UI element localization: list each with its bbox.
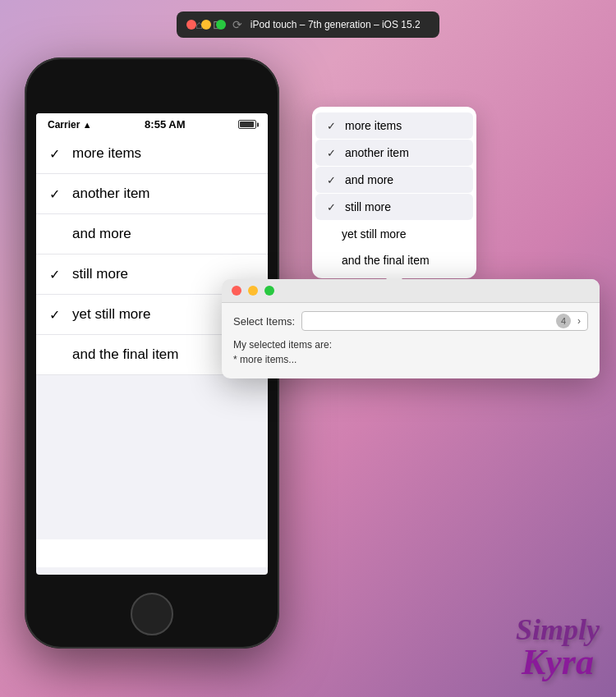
item-label: more items	[72, 145, 141, 162]
dropdown-item-label: more items	[345, 119, 402, 132]
dropdown-item[interactable]: ✓ another item	[315, 140, 473, 166]
check-icon: ✓	[327, 147, 338, 159]
dropdown-item[interactable]: yet still more	[312, 221, 476, 247]
count-badge: 4	[556, 314, 571, 328]
check-icon: ✓	[327, 120, 338, 132]
checkmark-icon	[49, 227, 62, 241]
check-icon: ✓	[327, 174, 338, 186]
watermark: Simply Kyra	[516, 615, 600, 681]
dropdown-item[interactable]: ✓ and more	[315, 167, 473, 193]
checkmark-icon	[49, 347, 62, 362]
dropdown-item-label: still more	[345, 200, 391, 213]
battery-area	[238, 120, 256, 129]
carrier-label: Carrier ▲	[48, 119, 92, 131]
item-label: and more	[72, 226, 131, 242]
dropdown-item[interactable]: ✓ more items	[315, 112, 473, 139]
checkmark-icon: ✓	[49, 267, 62, 282]
selected-info: My selected items are: * more items...	[233, 337, 588, 367]
checkmark-icon: ✓	[49, 146, 62, 162]
info-title: My selected items are:	[233, 339, 332, 351]
item-label: yet still more	[72, 306, 150, 323]
mac-minimize-button[interactable]	[248, 286, 258, 296]
item-label: another item	[72, 186, 150, 202]
dropdown-item-label: another item	[345, 146, 409, 159]
dropdown-item-label: and the final item	[342, 254, 430, 267]
check-icon	[324, 228, 335, 241]
check-icon	[324, 254, 335, 267]
item-label: and the final item	[72, 346, 178, 363]
item-label: still more	[72, 266, 128, 282]
select-items-row: Select Items: 4 ›	[233, 311, 588, 331]
watermark-simply: Simply	[516, 615, 600, 644]
minimize-button[interactable]	[201, 20, 211, 30]
list-item[interactable]: and more	[36, 214, 268, 254]
chevron-right-icon: ›	[577, 315, 581, 327]
status-bar: Carrier ▲ 8:55 AM	[36, 113, 268, 134]
time-display: 8:55 AM	[145, 118, 185, 131]
select-label: Select Items:	[233, 315, 295, 328]
dropdown-popover: ✓ more items ✓ another item ✓ and more ✓…	[312, 107, 476, 278]
mac-window-content: Select Items: 4 › My selected items are:…	[222, 303, 600, 378]
mac-maximize-button[interactable]	[264, 286, 274, 296]
checkmark-icon: ✓	[49, 186, 62, 202]
watermark-kyra: Kyra	[516, 644, 600, 681]
home-button[interactable]	[131, 593, 173, 635]
checkmark-icon: ✓	[49, 307, 62, 323]
close-button[interactable]	[186, 20, 196, 30]
dropdown-item-label: yet still more	[342, 227, 407, 241]
list-item[interactable]: ✓ more items	[36, 134, 268, 174]
dropdown-item-label: and more	[345, 173, 393, 186]
dropdown-item[interactable]: ✓ still more	[315, 194, 473, 220]
maximize-button[interactable]	[216, 20, 226, 30]
mac-close-button[interactable]	[232, 286, 241, 296]
mac-window-titlebar	[222, 279, 600, 303]
window-title: iPod touch – 7th generation – iOS 15.2	[251, 19, 421, 30]
rotate-icon[interactable]: ⟳	[232, 18, 242, 31]
mac-titlebar: ⌂ ⊡ ⟳ iPod touch – 7th generation – iOS …	[177, 11, 439, 38]
empty-area	[36, 375, 268, 539]
select-field[interactable]: 4 ›	[301, 311, 588, 331]
mac-window: Select Items: 4 › My selected items are:…	[222, 279, 600, 378]
list-item[interactable]: ✓ another item	[36, 174, 268, 214]
check-icon: ✓	[327, 201, 338, 213]
dropdown-item[interactable]: and the final item	[312, 247, 476, 273]
info-detail: * more items...	[233, 354, 297, 365]
